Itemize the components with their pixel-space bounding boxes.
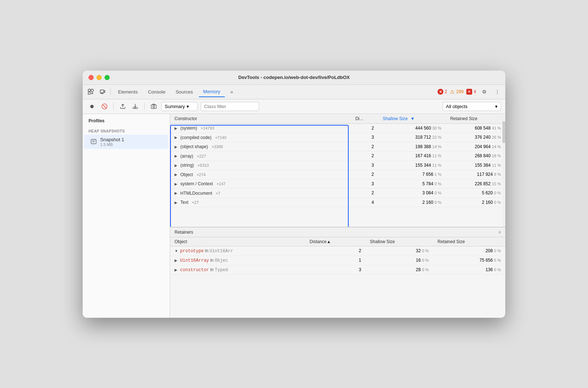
heap-table-row[interactable]: ▶ system / Context ×147 3 5 784 0 % 226 … [170, 179, 505, 189]
nav-separator-1 [110, 88, 111, 95]
heap-table-row[interactable]: ▶ Text ×27 4 2 160 0 % 2 160 0 % [170, 198, 505, 207]
retainer-shallow: 28 0 % [365, 265, 433, 274]
distance-cell: 3 [351, 161, 378, 170]
tab-sources[interactable]: Sources [171, 87, 197, 97]
record-button[interactable]: ⏺ [87, 102, 97, 111]
constructor-name: system / Context [180, 181, 213, 186]
heap-table-row[interactable]: ▶ Object ×274 2 7 656 1 % 117 924 8 % [170, 170, 505, 179]
expand-arrow-icon[interactable]: ▶ [175, 191, 179, 195]
retained-size-cell: 2 160 0 % [446, 198, 505, 207]
sidebar: Profiles HEAP SNAPSHOTS Snapshot 1 1.5 M… [83, 114, 170, 318]
col-distance: Di... [351, 114, 378, 124]
retainer-row[interactable]: ▶ Uint16Array in Objec 1 16 0 % 75 656 5… [170, 256, 505, 265]
summary-dropdown[interactable]: Summary ▾ [161, 102, 198, 111]
constructor-name: Object [180, 172, 193, 177]
count-badge: ×14793 [201, 126, 214, 130]
sort-arrow-icon: ▼ [410, 116, 415, 121]
count-badge: ×274 [197, 173, 206, 177]
all-objects-label: All objects [446, 104, 467, 109]
expand-arrow-icon[interactable]: ▶ [175, 268, 179, 272]
heap-table-row[interactable]: ▶ (system) ×14793 2 444 560 30 % 608 548… [170, 123, 505, 133]
retainers-scroll-icon: ≡ [498, 230, 501, 235]
upload-button[interactable] [118, 102, 128, 111]
retainer-retained: 136 0 % [433, 265, 505, 274]
class-filter-input[interactable] [201, 102, 259, 111]
minimize-button[interactable] [97, 75, 102, 80]
constructor-name: (system) [180, 126, 197, 131]
title-bar: DevTools - codepen.io/web-dot-dev/live/P… [83, 71, 505, 85]
snapshot-button[interactable] [149, 102, 158, 111]
retainer-name: prototype [180, 249, 204, 254]
stop-button[interactable]: 🚫 [99, 102, 109, 111]
download-button[interactable] [130, 102, 140, 111]
shallow-size-cell: 155 344 11 % [378, 161, 446, 170]
expand-arrow-icon[interactable]: ▶ [175, 201, 179, 205]
device-icon[interactable] [97, 87, 107, 97]
inspect-icon[interactable] [86, 87, 96, 97]
svg-point-9 [153, 106, 155, 108]
expand-arrow-icon[interactable]: ▼ [175, 249, 179, 253]
constructor-cell: ▶ HTMLDocument ×7 [170, 189, 351, 198]
tab-more[interactable]: » [226, 87, 238, 97]
close-button[interactable] [89, 75, 94, 80]
tab-console[interactable]: Console [144, 87, 170, 97]
retained-size-cell: 117 924 8 % [446, 170, 505, 179]
nav-right: ✕ 2 ⚠ 299 ✕ 4 ⚙ ⋮ [438, 87, 502, 97]
toolbar-sep-1 [113, 103, 114, 110]
col-shallow-size[interactable]: Shallow Size ▼ [378, 114, 446, 124]
retainer-object-cell: ▶ constructor in Typed [170, 265, 305, 274]
retainer-shallow: 32 0 % [365, 246, 433, 256]
distance-cell: 2 [351, 142, 378, 151]
all-objects-dropdown[interactable]: All objects ▾ [443, 102, 501, 111]
shallow-size-cell: 5 784 0 % [378, 179, 446, 189]
retainer-context: Objec [215, 258, 228, 263]
constructor-cell: ▶ (string) ×6313 [170, 161, 351, 170]
shallow-size-cell: 318 712 22 % [378, 133, 446, 142]
scrollbar-track[interactable] [502, 114, 505, 227]
heap-table: Constructor Di... Shallow Size ▼ Retaine… [170, 114, 505, 207]
expand-arrow-icon[interactable]: ▶ [175, 163, 179, 167]
expand-arrow-icon[interactable]: ▶ [175, 126, 179, 130]
svg-rect-2 [88, 92, 90, 94]
retainer-retained: 75 656 5 % [433, 256, 505, 265]
expand-arrow-icon[interactable]: ▶ [175, 173, 179, 177]
warning-badge: ⚠ 299 [450, 89, 463, 95]
snapshot-info: Snapshot 1 1.5 MB [100, 137, 124, 147]
maximize-button[interactable] [105, 75, 110, 80]
settings-icon[interactable]: ⚙ [479, 87, 489, 97]
expand-arrow-icon[interactable]: ▶ [175, 182, 179, 186]
more-icon[interactable]: ⋮ [492, 87, 502, 97]
constructor-cell: ▶ Object ×274 [170, 170, 351, 179]
retainer-name: constructor [180, 268, 209, 273]
svg-rect-4 [104, 91, 105, 92]
retainer-row[interactable]: ▶ constructor in Typed 3 28 0 % 136 0 % [170, 265, 505, 274]
warning-count: 299 [456, 89, 463, 94]
expand-arrow-icon[interactable]: ▶ [175, 258, 179, 262]
expand-arrow-icon[interactable]: ▶ [175, 145, 179, 149]
tab-elements[interactable]: Elements [114, 87, 142, 97]
summary-dropdown-arrow: ▾ [187, 104, 189, 109]
snapshot-size: 1.5 MB [100, 142, 124, 147]
heap-table-row[interactable]: ▶ (string) ×6313 3 155 344 11 % 155 384 … [170, 161, 505, 170]
constructor-name: (compiled code) [180, 135, 211, 140]
heap-table-row[interactable]: ▶ (compiled code) ×7140 3 318 712 22 % 3… [170, 133, 505, 142]
shallow-size-cell: 2 160 0 % [378, 198, 446, 207]
expand-arrow-icon[interactable]: ▶ [175, 154, 179, 158]
heap-table-row[interactable]: ▶ (array) ×227 2 167 416 11 % 268 840 18… [170, 151, 505, 161]
expand-arrow-icon[interactable]: ▶ [175, 135, 179, 139]
distance-cell: 2 [351, 123, 378, 133]
count-badge: ×6313 [197, 163, 209, 167]
ret-col-distance[interactable]: Distance▲ [305, 237, 366, 246]
retainers-table: Object Distance▲ Shallow Size Retained S… [170, 237, 505, 275]
distance-cell: 4 [351, 198, 378, 207]
retained-size-cell: 376 240 26 % [446, 133, 505, 142]
heap-table-row[interactable]: ▶ (object shape) ×3389 2 198 388 14 % 20… [170, 142, 505, 151]
snapshot-item[interactable]: Snapshot 1 1.5 MB [84, 135, 168, 149]
constructor-cell: ▶ system / Context ×147 [170, 179, 351, 189]
scrollbar-thumb[interactable] [502, 121, 505, 143]
tab-memory[interactable]: Memory [199, 87, 225, 97]
summary-label: Summary [165, 104, 185, 109]
retainer-row[interactable]: ▼ prototype in Uint16Arr 2 32 0 % 208 0 … [170, 246, 505, 256]
retainer-in: in [210, 258, 215, 263]
heap-table-row[interactable]: ▶ HTMLDocument ×7 2 3 084 0 % 5 620 0 % [170, 189, 505, 198]
